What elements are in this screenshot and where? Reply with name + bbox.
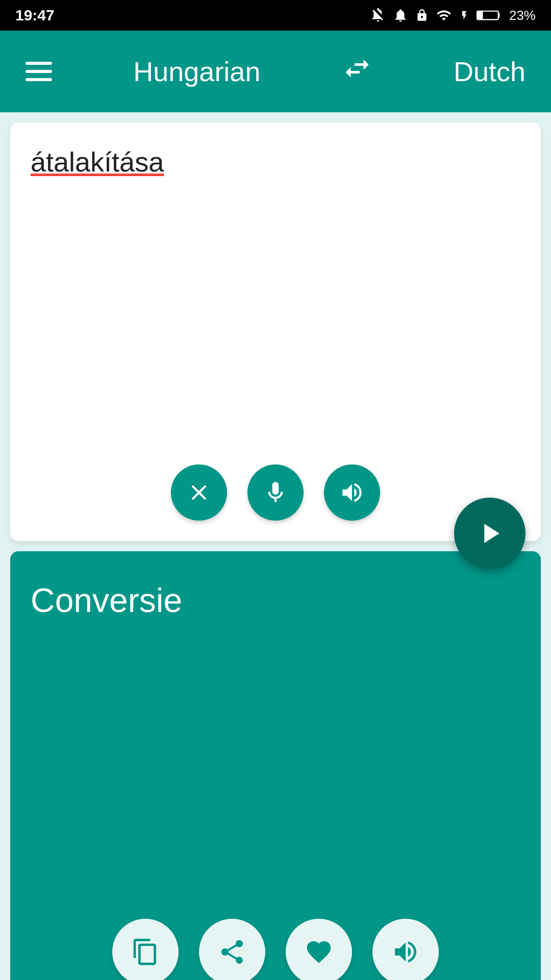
input-panel: átalakítása [10,122,541,541]
listen-output-button[interactable] [372,919,439,980]
signal-icon [436,8,452,23]
close-icon [186,480,212,505]
copy-button[interactable] [112,919,179,980]
input-actions [171,464,380,521]
copy-icon [131,938,160,966]
share-icon [218,938,246,966]
microphone-button[interactable] [247,464,304,521]
status-time: 19:47 [15,7,55,24]
battery-icon [477,8,502,23]
main-content: átalakítása [0,112,551,980]
heart-icon [305,938,333,966]
menu-button[interactable] [26,62,52,81]
alarm-icon [393,8,408,23]
notification-icon [370,8,386,23]
target-language-selector[interactable]: Dutch [454,56,525,87]
share-button[interactable] [199,919,265,980]
input-text[interactable]: átalakítása [31,143,520,182]
lock-icon [415,8,429,23]
swap-icon [342,53,372,84]
volume-icon [339,480,365,505]
clear-button[interactable] [171,464,227,521]
output-actions [112,919,439,980]
source-language-selector[interactable]: Hungarian [133,56,260,87]
swap-languages-button[interactable] [342,53,372,90]
charging-icon [459,8,469,23]
output-text: Conversie [31,577,520,624]
svg-rect-1 [478,12,482,19]
top-nav: Hungarian Dutch [0,31,551,112]
volume-output-icon [391,938,420,966]
mic-icon [263,480,288,505]
send-icon [473,517,506,550]
favorite-button[interactable] [286,919,352,980]
battery-percent: 23% [509,8,536,23]
status-bar: 19:47 23% [0,0,551,31]
translate-button[interactable] [454,498,525,569]
output-panel: Conversie [10,551,541,980]
listen-input-button[interactable] [324,464,380,521]
status-icons: 23% [370,8,536,23]
